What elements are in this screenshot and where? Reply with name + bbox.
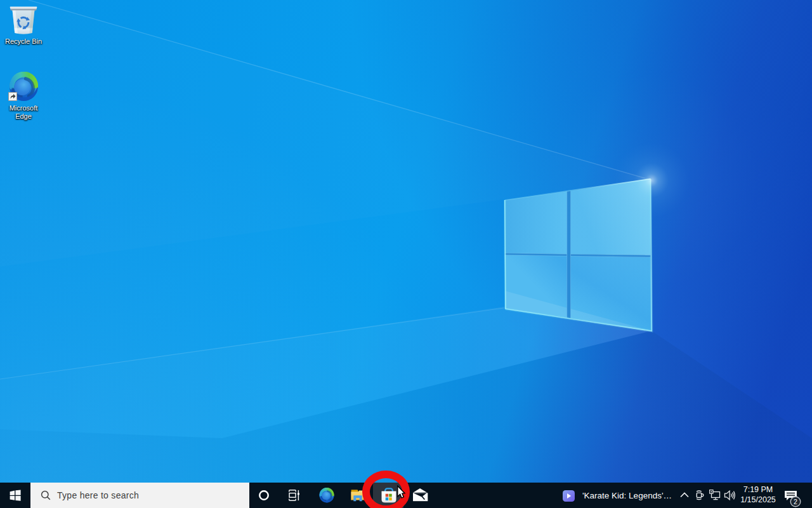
svg-text:2: 2 — [794, 498, 797, 505]
